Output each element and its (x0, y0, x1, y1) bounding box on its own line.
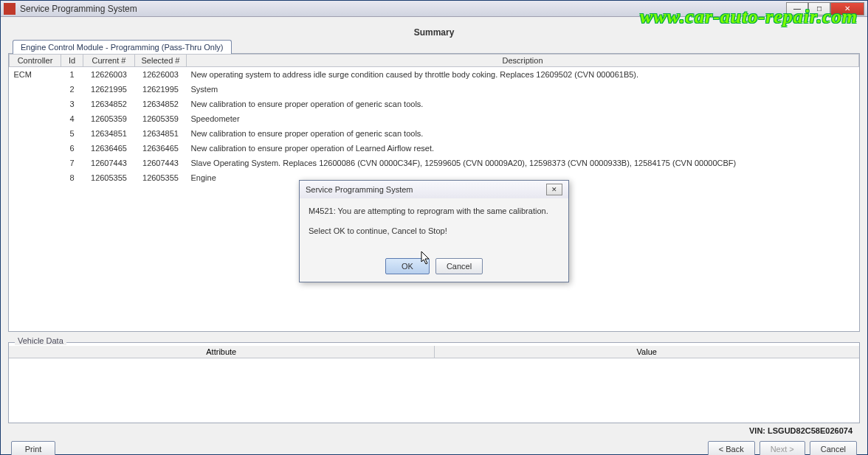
back-button[interactable]: < Back (708, 441, 755, 455)
cell-id: 5 (61, 126, 83, 141)
watermark: www.car-auto-repair.com (640, 6, 858, 28)
cell-selected: 12605355 (135, 170, 187, 185)
cell-controller (10, 156, 61, 170)
cell-selected: 12636465 (135, 141, 187, 156)
cell-desc: New calibration to ensure proper operati… (187, 141, 859, 156)
table-row[interactable]: 61263646512636465New calibration to ensu… (10, 141, 859, 156)
dialog-cancel-button[interactable]: Cancel (435, 258, 483, 274)
dialog-body: M4521: You are attempting to reprogram w… (300, 198, 568, 254)
col-selected: Selected # (135, 55, 187, 67)
cell-desc: System (187, 82, 859, 97)
cell-current: 12626003 (83, 67, 135, 83)
cell-controller (10, 97, 61, 111)
cell-current: 12605359 (83, 111, 135, 126)
col-current: Current # (83, 55, 135, 67)
vin-label: VIN: LSGUD82C58E026074 (8, 423, 860, 437)
vehicle-data-header: Attribute Value (9, 346, 859, 358)
table-row[interactable]: 21262199512621995System (10, 82, 859, 97)
tab-ecm-programming[interactable]: Engine Control Module - Programming (Pas… (13, 40, 232, 54)
cell-selected: 12626003 (135, 67, 187, 83)
cell-id: 3 (61, 97, 83, 111)
cell-current: 12634851 (83, 126, 135, 141)
table-row[interactable]: 71260744312607443Slave Operating System.… (10, 156, 859, 170)
cell-selected: 12621995 (135, 82, 187, 97)
summary-table: Controller Id Current # Selected # Descr… (9, 54, 859, 185)
table-row[interactable]: 41260535912605359Speedometer (10, 111, 859, 126)
dialog-close-button[interactable]: ✕ (546, 184, 562, 195)
table-row[interactable]: 31263485212634852New calibration to ensu… (10, 97, 859, 111)
cell-current: 12634852 (83, 97, 135, 111)
cell-id: 7 (61, 156, 83, 170)
dialog-ok-button[interactable]: OK (385, 258, 430, 274)
cell-id: 4 (61, 111, 83, 126)
cell-current: 12605355 (83, 170, 135, 185)
vehicle-value-col: Value (435, 346, 860, 358)
cell-controller: ECM (10, 67, 61, 83)
cell-selected: 12605359 (135, 111, 187, 126)
cell-current: 12636465 (83, 141, 135, 156)
cell-controller (10, 126, 61, 141)
cell-id: 1 (61, 67, 83, 83)
cell-desc: Slave Operating System. Replaces 1260008… (187, 156, 859, 170)
cell-controller (10, 170, 61, 185)
app-icon (4, 3, 16, 15)
dialog-titlebar: Service Programming System ✕ (300, 181, 568, 198)
cancel-button[interactable]: Cancel (810, 441, 857, 455)
cell-desc: New calibration to ensure proper operati… (187, 97, 859, 111)
col-controller: Controller (10, 55, 61, 67)
cell-selected: 12634852 (135, 97, 187, 111)
table-row[interactable]: ECM11262600312626003New operating system… (10, 67, 859, 83)
vehicle-attr-col: Attribute (9, 346, 435, 358)
dialog-title-text: Service Programming System (306, 185, 413, 194)
cell-current: 12607443 (83, 156, 135, 170)
cell-id: 6 (61, 141, 83, 156)
cell-controller (10, 141, 61, 156)
print-button[interactable]: Print (11, 441, 55, 455)
vehicle-data-box: Vehicle Data Attribute Value (8, 342, 860, 423)
cell-selected: 12607443 (135, 156, 187, 170)
vehicle-data-label: Vehicle Data (15, 336, 66, 345)
cell-desc: Speedometer (187, 111, 859, 126)
cell-id: 8 (61, 170, 83, 185)
dialog-message-1: M4521: You are attempting to reprogram w… (309, 206, 559, 217)
dialog-message-2: Select OK to continue, Cancel to Stop! (309, 226, 559, 237)
footer-buttons: Print < Back Next > Cancel (8, 437, 860, 455)
next-button: Next > (760, 441, 805, 455)
table-row[interactable]: 51263485112634851New calibration to ensu… (10, 126, 859, 141)
cell-desc: New calibration to ensure proper operati… (187, 126, 859, 141)
tab-strip: Engine Control Module - Programming (Pas… (8, 39, 860, 53)
col-description: Description (187, 55, 859, 67)
dialog-buttons: OK Cancel (300, 254, 568, 282)
confirm-dialog: Service Programming System ✕ M4521: You … (299, 180, 569, 282)
cell-id: 2 (61, 82, 83, 97)
cell-controller (10, 82, 61, 97)
cell-controller (10, 111, 61, 126)
cell-desc: New operating system to address idle sur… (187, 67, 859, 83)
cell-selected: 12634851 (135, 126, 187, 141)
col-id: Id (61, 55, 83, 67)
cell-current: 12621995 (83, 82, 135, 97)
